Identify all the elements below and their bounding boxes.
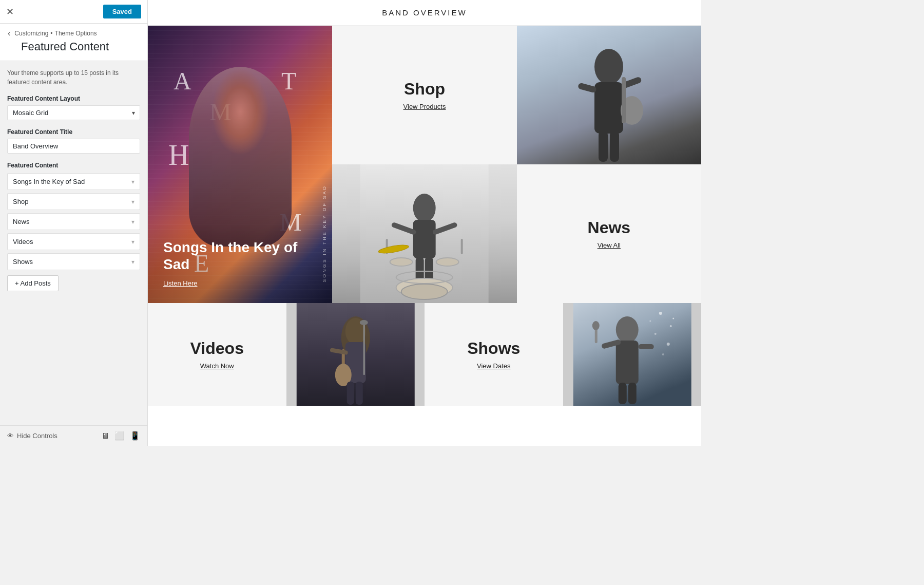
featured-item-news[interactable]: News ▾ <box>7 213 140 230</box>
featured-photo: A T M H M E Songs In The Key Of Sad Song… <box>148 26 332 303</box>
title-label: Featured Content Title <box>7 128 140 136</box>
shop-link[interactable]: View Products <box>403 103 446 110</box>
grid-item-guitarist <box>517 26 701 164</box>
grid-item-videos[interactable]: Videos Watch Now <box>148 303 286 406</box>
svg-point-41 <box>649 320 651 322</box>
videos-link[interactable]: Watch Now <box>200 362 234 370</box>
featured-item-videos[interactable]: Videos ▾ <box>7 233 140 250</box>
featured-item-videos-label: Videos <box>13 238 33 246</box>
svg-point-38 <box>666 343 669 346</box>
svg-rect-5 <box>622 77 626 123</box>
preview-page-title: BAND OVERVIEW <box>148 0 701 26</box>
title-input[interactable] <box>7 139 140 154</box>
panel-title: Featured Content <box>21 40 140 53</box>
letter-a: A <box>174 67 191 95</box>
sidebar-panel: ✕ Saved ‹ Customizing • Theme Options Fe… <box>0 0 148 446</box>
layout-select-wrapper: Mosaic Grid <box>7 105 140 120</box>
grid-item-shows[interactable]: Shows View Dates <box>425 303 563 406</box>
featured-item-shop[interactable]: Shop ▾ <box>7 193 140 210</box>
desktop-icon-button[interactable]: 🖥 <box>101 431 109 441</box>
sidebar-topbar: ✕ Saved <box>0 0 147 24</box>
svg-rect-6 <box>599 131 608 162</box>
svg-point-39 <box>662 353 664 355</box>
layout-label: Featured Content Layout <box>7 95 140 102</box>
back-button[interactable]: ‹ <box>8 29 10 38</box>
featured-item-shop-label: Shop <box>13 198 28 205</box>
close-button[interactable]: ✕ <box>6 7 14 16</box>
svg-point-22 <box>401 284 448 299</box>
svg-point-37 <box>654 333 656 335</box>
svg-rect-7 <box>610 131 619 162</box>
person-silhouette <box>189 67 292 247</box>
grid-item-shop[interactable]: Shop View Products <box>332 26 516 164</box>
featured-item-shows-label: Shows <box>13 258 33 266</box>
chevron-down-icon: ▾ <box>131 218 134 225</box>
featured-item-news-label: News <box>13 218 30 225</box>
shop-title: Shop <box>404 80 445 99</box>
svg-point-9 <box>413 194 436 222</box>
news-title: News <box>588 218 631 237</box>
drummer-photo <box>332 164 516 303</box>
svg-rect-43 <box>615 341 638 384</box>
grid-item-female-guitarist <box>286 303 425 406</box>
letter-h: H <box>168 139 189 172</box>
chevron-down-icon: ▾ <box>131 198 134 205</box>
grid-item-drummer <box>332 164 516 303</box>
svg-rect-31 <box>355 382 362 405</box>
chevron-down-icon: ▾ <box>131 258 134 266</box>
layout-field-group: Featured Content Layout Mosaic Grid <box>7 95 140 120</box>
svg-rect-14 <box>461 239 463 254</box>
title-field-group: Featured Content Title <box>7 128 140 154</box>
mobile-icon-button[interactable]: 📱 <box>130 431 140 441</box>
bottom-row: Videos Watch Now <box>148 303 701 406</box>
featured-item-title: Songs In the Key of Sad <box>163 239 322 273</box>
eye-icon: 👁 <box>7 432 14 440</box>
sidebar-body: Your theme supports up to 15 posts in it… <box>0 61 147 425</box>
svg-rect-47 <box>638 344 653 349</box>
svg-point-20 <box>436 258 459 266</box>
chevron-down-icon: ▾ <box>131 238 134 246</box>
featured-label: Featured Content <box>7 162 140 169</box>
preview-area: BAND OVERVIEW A T M H M E Songs In The K… <box>148 0 701 446</box>
featured-item-songs[interactable]: Songs In the Key of Sad ▾ <box>7 173 140 190</box>
shows-title: Shows <box>467 339 520 358</box>
device-icons-group: 🖥 ⬜ 📱 <box>101 431 140 441</box>
breadcrumb-row: ‹ Customizing • Theme Options <box>8 29 140 38</box>
hide-controls-label: Hide Controls <box>17 432 57 440</box>
svg-point-33 <box>359 320 368 325</box>
saved-button[interactable]: Saved <box>103 5 141 18</box>
add-posts-button[interactable]: + Add Posts <box>7 275 59 291</box>
tablet-icon-button[interactable]: ⬜ <box>114 431 125 441</box>
grid-item-news[interactable]: News View All <box>517 164 701 303</box>
svg-rect-32 <box>363 324 364 375</box>
svg-point-36 <box>669 325 671 327</box>
layout-select[interactable]: Mosaic Grid <box>7 105 140 120</box>
svg-point-42 <box>615 316 638 343</box>
svg-rect-10 <box>413 220 436 258</box>
sidebar-footer: 👁 Hide Controls 🖥 ⬜ 📱 <box>0 425 147 446</box>
featured-item-songs-label: Songs In the Key of Sad <box>13 178 85 185</box>
chevron-down-icon: ▾ <box>131 178 134 185</box>
sidebar-header: ‹ Customizing • Theme Options Featured C… <box>0 24 147 61</box>
svg-point-19 <box>390 258 413 266</box>
hide-controls-button[interactable]: 👁 Hide Controls <box>7 432 57 440</box>
mosaic-grid: A T M H M E Songs In The Key Of Sad Song… <box>148 26 701 303</box>
svg-rect-1 <box>594 82 623 134</box>
shows-link[interactable]: View Dates <box>477 362 511 370</box>
breadcrumb-customizing: Customizing <box>14 30 48 37</box>
grid-item-singer <box>563 303 702 406</box>
featured-item-shows[interactable]: Shows ▾ <box>7 253 140 270</box>
svg-rect-48 <box>618 383 626 404</box>
svg-rect-49 <box>628 383 636 404</box>
svg-point-0 <box>594 49 623 85</box>
featured-overlay: Songs In the Key of Sad Listen Here <box>148 223 332 303</box>
svg-point-40 <box>672 318 674 319</box>
grid-item-featured[interactable]: A T M H M E Songs In The Key Of Sad Song… <box>148 26 332 303</box>
svg-rect-30 <box>346 382 354 405</box>
support-text: Your theme supports up to 15 posts in it… <box>7 68 140 87</box>
news-link[interactable]: View All <box>598 241 621 249</box>
featured-listen-link[interactable]: Listen Here <box>163 279 197 287</box>
svg-point-46 <box>592 321 599 330</box>
svg-rect-2 <box>578 83 597 93</box>
guitarist-photo <box>517 26 701 164</box>
